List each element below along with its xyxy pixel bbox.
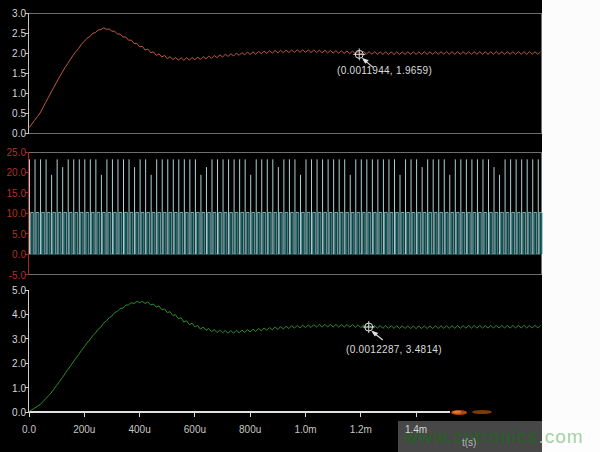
cursor-marker-bottom[interactable] bbox=[363, 321, 383, 340]
watermark-suffix: .com bbox=[538, 426, 583, 448]
watermark-overlay: www.cntronics.com bbox=[398, 421, 600, 452]
x-axis-title: t(s) bbox=[462, 437, 476, 448]
simulation-plot-window: 3.02.52.01.51.00.50.025.020.015.010.05.0… bbox=[0, 0, 600, 452]
cursor-readout-bottom: (0.0012287, 3.4814) bbox=[346, 344, 442, 355]
cursor-readout-top: (0.0011944, 1.9659) bbox=[337, 65, 432, 76]
waveform-canvas bbox=[0, 0, 600, 452]
